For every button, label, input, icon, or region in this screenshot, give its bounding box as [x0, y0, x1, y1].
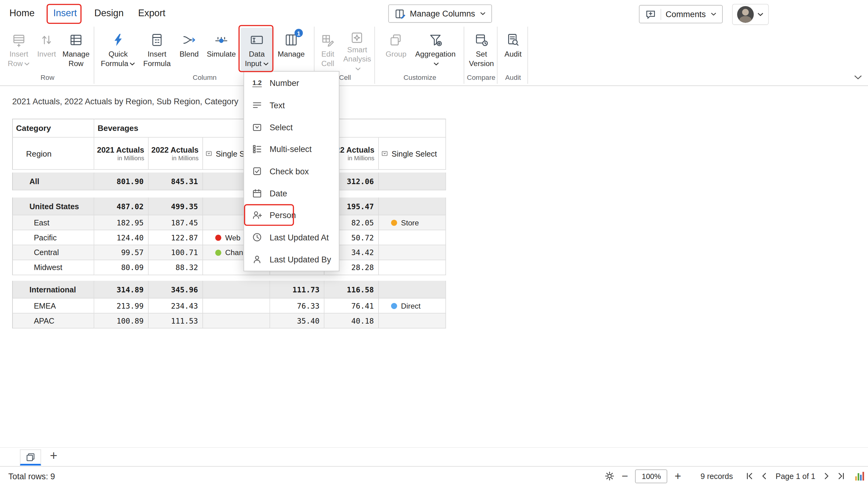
- chip-label: Store: [401, 218, 419, 226]
- menu-item-select[interactable]: Select: [244, 116, 339, 138]
- select-cell[interactable]: [379, 173, 446, 190]
- select-cell[interactable]: [379, 281, 446, 299]
- select-cell[interactable]: [379, 260, 446, 275]
- column-header-single-select[interactable]: Single Select: [379, 138, 446, 170]
- value-cell[interactable]: 187.45: [149, 215, 203, 230]
- settings-gear-icon[interactable]: [604, 471, 615, 481]
- menu-item-number[interactable]: 1.2 Number: [244, 72, 339, 94]
- menu-item-last-updated-at[interactable]: Last Updated At: [244, 226, 339, 248]
- ribbon-button-aggregation[interactable]: Aggregation: [411, 28, 459, 72]
- row-header[interactable]: All: [12, 173, 94, 190]
- select-cell[interactable]: [203, 299, 270, 313]
- ribbon-button-blend[interactable]: Blend: [177, 28, 202, 72]
- select-type-icon: [381, 150, 388, 157]
- ribbon-group-label: Compare: [465, 74, 497, 81]
- value-cell[interactable]: 499.35: [149, 198, 203, 215]
- tab-insert[interactable]: Insert: [53, 8, 77, 19]
- menu-item-check-box[interactable]: Check box: [244, 160, 339, 182]
- row-header[interactable]: United States: [12, 198, 94, 215]
- manage-columns-button[interactable]: Manage Columns: [388, 5, 492, 23]
- value-cell[interactable]: 76.41: [324, 299, 379, 313]
- chip-dot: [215, 249, 221, 255]
- column-header-category[interactable]: Category: [12, 119, 94, 138]
- blend-icon: [182, 31, 196, 50]
- value-cell[interactable]: 111.53: [149, 313, 203, 329]
- last-page-icon[interactable]: [837, 472, 845, 480]
- zoom-out-button[interactable]: −: [622, 470, 628, 481]
- row-header[interactable]: Central: [12, 245, 94, 260]
- ribbon-collapse-icon[interactable]: [854, 72, 863, 82]
- ribbon-button-insert-formula[interactable]: Insert Formula: [140, 28, 174, 72]
- zoom-level[interactable]: 100%: [635, 469, 668, 483]
- select-cell[interactable]: [379, 313, 446, 329]
- value-cell[interactable]: 234.43: [149, 299, 203, 313]
- next-page-icon[interactable]: [823, 472, 830, 480]
- ribbon-button-data-input[interactable]: Data Input: [241, 28, 273, 72]
- zoom-in-button[interactable]: +: [675, 470, 681, 481]
- select-cell[interactable]: [379, 198, 446, 215]
- select-cell[interactable]: [379, 245, 446, 260]
- person-add-icon: [251, 210, 263, 220]
- value-cell[interactable]: 111.73: [270, 281, 324, 299]
- value-cell[interactable]: 122.87: [149, 230, 203, 245]
- add-sheet-button[interactable]: +: [50, 448, 57, 463]
- menu-item-multi-select[interactable]: Multi-select: [244, 138, 339, 160]
- value-cell[interactable]: 801.90: [94, 173, 149, 190]
- ribbon-button-quick-formula[interactable]: Quick Formula: [99, 28, 137, 72]
- value-cell[interactable]: 345.96: [149, 281, 203, 299]
- value-cell[interactable]: 213.99: [94, 299, 149, 313]
- value-cell[interactable]: 99.57: [94, 245, 149, 260]
- ribbon-button-audit[interactable]: Audit: [500, 28, 526, 72]
- select-cell[interactable]: [203, 281, 270, 299]
- ribbon-button-simulate[interactable]: Simulate: [204, 28, 239, 72]
- first-page-icon[interactable]: [746, 472, 753, 480]
- menu-item-date[interactable]: Date: [244, 182, 339, 204]
- value-cell[interactable]: 845.31: [149, 173, 203, 190]
- app-logo-icon: [855, 471, 865, 481]
- select-cell[interactable]: [203, 313, 270, 329]
- select-cell[interactable]: Direct: [379, 299, 446, 313]
- ribbon-button-group: Group: [383, 28, 409, 72]
- menu-item-text[interactable]: Text: [244, 94, 339, 116]
- value-cell[interactable]: 100.89: [94, 313, 149, 329]
- value-cell[interactable]: 487.02: [94, 198, 149, 215]
- value-cell[interactable]: 100.71: [149, 245, 203, 260]
- value-cell[interactable]: 76.33: [270, 299, 324, 313]
- tab-design[interactable]: Design: [94, 8, 124, 19]
- row-header[interactable]: East: [12, 215, 94, 230]
- menu-item-person[interactable]: Person: [244, 204, 339, 226]
- menu-item-last-updated-by[interactable]: Last Updated By: [244, 248, 339, 270]
- sheet-tab[interactable]: [20, 449, 41, 465]
- row-header[interactable]: Pacific: [12, 230, 94, 245]
- invert-icon: [39, 31, 54, 50]
- value-cell[interactable]: 40.18: [324, 313, 379, 329]
- row-header[interactable]: Midwest: [12, 260, 94, 275]
- row-header[interactable]: International: [12, 281, 94, 299]
- tab-export[interactable]: Export: [138, 8, 165, 19]
- select-cell[interactable]: [379, 230, 446, 245]
- select-icon: [251, 122, 263, 132]
- comments-button[interactable]: Comments: [639, 5, 722, 23]
- tab-home[interactable]: Home: [9, 8, 35, 19]
- value-cell[interactable]: 182.95: [94, 215, 149, 230]
- value-cell[interactable]: 116.58: [324, 281, 379, 299]
- account-menu[interactable]: [732, 4, 769, 25]
- column-header-measure[interactable]: 2022 Actuals in Millions: [149, 138, 203, 170]
- column-header-region[interactable]: Region: [12, 138, 94, 170]
- ribbon-button-manage-row[interactable]: Manage Row: [59, 28, 93, 72]
- row-header[interactable]: EMEA: [12, 299, 94, 313]
- previous-page-icon[interactable]: [761, 472, 768, 480]
- value-cell[interactable]: 80.09: [94, 260, 149, 275]
- ribbon-button-set-version[interactable]: Set Version: [466, 28, 497, 72]
- table-row: East182.95187.4582.05 Store: [12, 215, 446, 230]
- chevron-down-icon: [757, 12, 764, 17]
- value-cell[interactable]: 314.89: [94, 281, 149, 299]
- ribbon-button-manage[interactable]: 1 Manage: [275, 28, 307, 72]
- column-header-measure[interactable]: 2021 Actuals in Millions: [94, 138, 149, 170]
- row-header[interactable]: APAC: [12, 313, 94, 329]
- sheet-tab-bar: +: [0, 447, 868, 466]
- value-cell[interactable]: 88.32: [149, 260, 203, 275]
- value-cell[interactable]: 124.40: [94, 230, 149, 245]
- select-cell[interactable]: Store: [379, 215, 446, 230]
- value-cell[interactable]: 35.40: [270, 313, 324, 329]
